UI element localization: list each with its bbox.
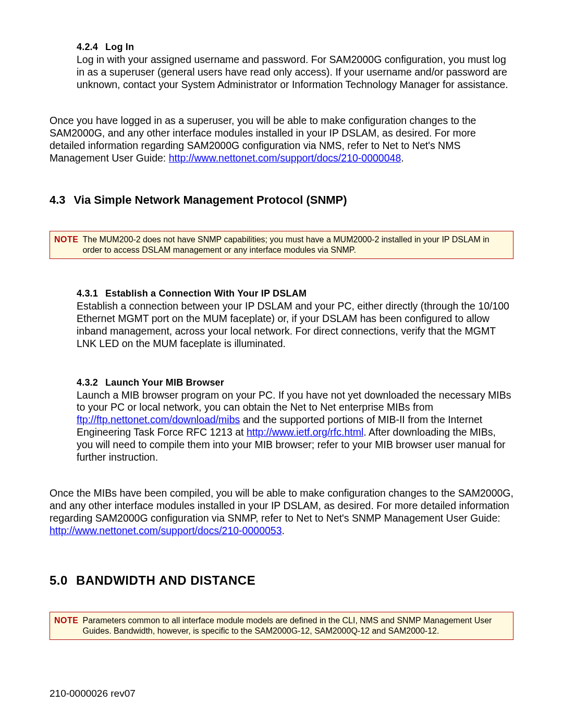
note-box: NOTE Parameters common to all interface … <box>50 612 513 640</box>
note-label: NOTE <box>54 615 78 636</box>
paragraph: Establish a connection between your IP D… <box>77 300 513 350</box>
heading-number: 4.3.2 <box>77 377 98 388</box>
link-ietf-rfc[interactable]: http://www.ietf.org/rfc.html <box>247 426 363 438</box>
heading-4-3-1: 4.3.1Establish a Connection With Your IP… <box>77 288 513 299</box>
page-footer: 210-0000026 rev07 <box>50 688 513 699</box>
note-text: Parameters common to all interface modul… <box>82 615 509 636</box>
paragraph: Once the MIBs have been compiled, you wi… <box>50 487 513 537</box>
heading-text: Launch Your MIB Browser <box>105 377 224 388</box>
paragraph: Launch a MIB browser program on your PC.… <box>77 389 513 464</box>
heading-text: Log In <box>105 42 134 52</box>
text-run: . <box>401 152 403 164</box>
section-4-2-4: 4.2.4Log In Log in with your assigned us… <box>77 42 513 91</box>
document-page: 4.2.4Log In Log in with your assigned us… <box>0 0 563 728</box>
note-label: NOTE <box>54 235 78 255</box>
heading-text: BANDWIDTH AND DISTANCE <box>76 573 255 587</box>
section-4-3-2: 4.3.2Launch Your MIB Browser Launch a MI… <box>77 377 513 464</box>
text-run: . <box>282 525 285 536</box>
heading-4-3: 4.3Via Simple Network Management Protoco… <box>50 193 513 207</box>
heading-4-3-2: 4.3.2Launch Your MIB Browser <box>77 377 513 388</box>
note-box: NOTE The MUM200-2 does not have SNMP cap… <box>50 231 513 259</box>
heading-number: 4.3 <box>50 193 66 206</box>
link-ftp-mibs[interactable]: ftp://ftp.nettonet.com/download/mibs <box>77 414 240 425</box>
text-run: Once the MIBs have been compiled, you wi… <box>50 487 513 524</box>
heading-number: 5.0 <box>50 573 68 587</box>
heading-text: Establish a Connection With Your IP DSLA… <box>105 288 307 299</box>
heading-number: 4.3.1 <box>77 288 98 299</box>
heading-number: 4.2.4 <box>77 42 98 52</box>
paragraph: Once you have logged in as a superuser, … <box>50 115 513 164</box>
heading-text: Via Simple Network Management Protocol (… <box>74 193 347 206</box>
note-text: The MUM200-2 does not have SNMP capabili… <box>82 235 509 255</box>
paragraph: Log in with your assigned username and p… <box>77 54 513 91</box>
link-snmp-guide[interactable]: http://www.nettonet.com/support/docs/210… <box>50 525 282 536</box>
text-run: Launch a MIB browser program on your PC.… <box>77 389 511 413</box>
heading-5-0: 5.0BANDWIDTH AND DISTANCE <box>50 573 513 588</box>
heading-4-2-4: 4.2.4Log In <box>77 42 513 53</box>
link-nms-guide[interactable]: http://www.nettonet.com/support/docs/210… <box>169 152 401 164</box>
section-4-3-1: 4.3.1Establish a Connection With Your IP… <box>77 288 513 350</box>
